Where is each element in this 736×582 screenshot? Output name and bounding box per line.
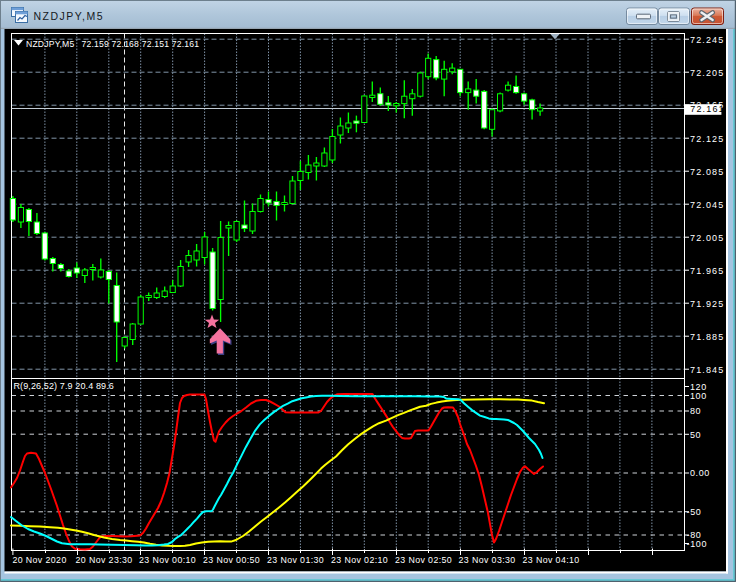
svg-text:23 Nov 04:10: 23 Nov 04:10 bbox=[523, 555, 580, 565]
svg-text:23 Nov 01:30: 23 Nov 01:30 bbox=[267, 555, 324, 565]
svg-text:NZDJPY,M5 72.159 72.168 72.15: NZDJPY,M5 72.159 72.168 72.151 72.161 bbox=[26, 39, 199, 49]
svg-text:23 Nov 00:10: 23 Nov 00:10 bbox=[139, 555, 196, 565]
svg-text:72.045: 72.045 bbox=[690, 200, 724, 210]
svg-text:72.005: 72.005 bbox=[690, 233, 724, 243]
svg-text:0.00: 0.00 bbox=[690, 468, 710, 478]
svg-text:20 Nov 2020: 20 Nov 2020 bbox=[12, 555, 66, 565]
svg-text:72.085: 72.085 bbox=[690, 167, 724, 177]
svg-text:NZDJPY,M5: NZDJPY,M5 bbox=[34, 10, 105, 22]
svg-text:71.845: 71.845 bbox=[690, 365, 724, 375]
svg-text:23 Nov 02:10: 23 Nov 02:10 bbox=[331, 555, 388, 565]
svg-text:R(9,26,52) 7.9 20.4 89.6: R(9,26,52) 7.9 20.4 89.6 bbox=[14, 381, 114, 391]
svg-text:71.885: 71.885 bbox=[690, 332, 724, 342]
svg-text:-100: -100 bbox=[687, 539, 707, 549]
svg-text:71.965: 71.965 bbox=[690, 266, 724, 276]
svg-text:20 Nov 23:30: 20 Nov 23:30 bbox=[76, 555, 133, 565]
svg-text:23 Nov 03:30: 23 Nov 03:30 bbox=[459, 555, 516, 565]
svg-text:50: 50 bbox=[690, 430, 701, 440]
svg-text:23 Nov 02:50: 23 Nov 02:50 bbox=[395, 555, 452, 565]
svg-text:71.925: 71.925 bbox=[690, 299, 724, 309]
svg-text:100: 100 bbox=[690, 391, 707, 401]
svg-text:72.205: 72.205 bbox=[690, 68, 724, 78]
svg-text:72.125: 72.125 bbox=[690, 134, 724, 144]
svg-text:72.245: 72.245 bbox=[690, 35, 724, 45]
svg-text:72.161: 72.161 bbox=[690, 104, 724, 114]
svg-text:23 Nov 00:50: 23 Nov 00:50 bbox=[203, 555, 260, 565]
svg-text:80: 80 bbox=[690, 406, 701, 416]
